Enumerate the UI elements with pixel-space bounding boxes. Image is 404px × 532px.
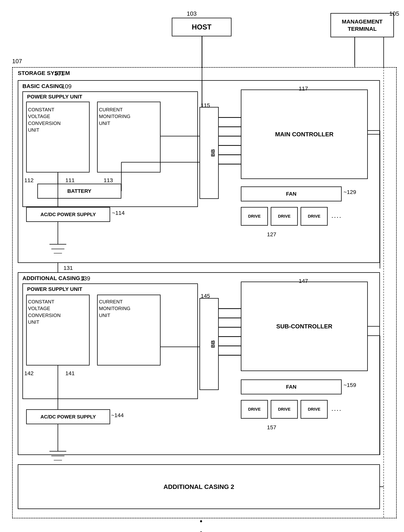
sub-controller-label: SUB-CONTROLLER <box>276 323 332 330</box>
acdc-1-label: AC/DC POWER SUPPLY <box>40 212 96 217</box>
acdc-1-box: AC/DC POWER SUPPLY <box>26 207 110 222</box>
host-box: HOST <box>172 18 232 36</box>
label-109: 109 <box>62 83 72 90</box>
main-controller-label: MAIN CONTROLLER <box>275 131 334 138</box>
fan-1-label: FAN <box>286 191 296 197</box>
bb-1-label: BB <box>206 149 212 157</box>
label-131: 131 <box>64 265 73 271</box>
bb-2-label: BB <box>206 340 212 348</box>
label-144: ~144 <box>111 412 124 418</box>
label-157: 157 <box>267 424 276 431</box>
additional-casing-2-label: ADDITIONAL CASING 2 <box>163 483 234 490</box>
label-127: 127 <box>267 231 276 238</box>
label-112: 112 <box>24 177 34 184</box>
management-terminal-label: MANAGEMENT TERMINAL <box>342 18 383 32</box>
drive-1-dots: .... <box>331 212 342 220</box>
label-145: 145 <box>201 293 210 299</box>
bb-2-box: BB <box>200 298 218 390</box>
label-107: 107 <box>12 58 22 65</box>
drive-2c: DRIVE <box>300 400 328 419</box>
drive-2a: DRIVE <box>241 400 268 419</box>
drive-2-dots: .... <box>331 405 342 412</box>
constant-voltage-1-label: CONSTANT VOLTAGE CONVERSION UNIT <box>28 106 61 133</box>
fan-1-box: FAN <box>241 186 342 201</box>
acdc-2-box: AC/DC POWER SUPPLY <box>26 409 110 424</box>
drive-1a: DRIVE <box>241 207 268 226</box>
fan-2-box: FAN <box>241 380 342 394</box>
label-147: 147 <box>299 278 308 284</box>
power-supply-unit-2-label: POWER SUPPLY UNIT <box>27 286 82 292</box>
additional-casing-2-box: ADDITIONAL CASING 2 <box>18 464 380 509</box>
current-monitoring-2-label: CURRENT MONITORING UNIT <box>99 298 130 319</box>
label-139: 139 <box>80 275 90 282</box>
host-label: HOST <box>192 23 212 31</box>
label-141: 141 <box>65 370 75 376</box>
battery-1-label: BATTERY <box>67 188 91 194</box>
constant-voltage-2-label: CONSTANT VOLTAGE CONVERSION UNIT <box>28 298 61 326</box>
management-terminal-box: MANAGEMENT TERMINAL <box>330 13 394 37</box>
current-monitoring-1-label: CURRENT MONITORING UNIT <box>99 106 130 127</box>
sub-controller-box: SUB-CONTROLLER <box>241 282 368 371</box>
main-controller-box: MAIN CONTROLLER <box>241 89 368 179</box>
label-111: 111 <box>65 177 75 184</box>
label-105: 105 <box>389 10 399 17</box>
label-115: 115 <box>201 102 210 108</box>
label-159: ~159 <box>344 382 356 388</box>
label-103: 103 <box>187 10 197 17</box>
bb-1-box: BB <box>200 107 218 199</box>
label-114: ~114 <box>112 210 125 216</box>
additional-casing-1-label: ADDITIONAL CASING 1 <box>22 275 85 281</box>
drive-1b: DRIVE <box>271 207 298 226</box>
fan-2-label: FAN <box>286 384 296 390</box>
label-129: ~129 <box>344 189 356 195</box>
basic-casing-label: BASIC CASING <box>22 83 63 89</box>
label-142: 142 <box>24 370 34 376</box>
acdc-2-label: AC/DC POWER SUPPLY <box>40 414 96 420</box>
power-supply-unit-1-label: POWER SUPPLY UNIT <box>27 94 82 100</box>
label-117: 117 <box>299 85 308 92</box>
bottom-dots: ••• <box>200 516 202 532</box>
label-113: 113 <box>104 177 113 184</box>
battery-1-box: BATTERY <box>37 184 121 199</box>
label-101: 101 <box>54 70 64 77</box>
drive-2b: DRIVE <box>271 400 298 419</box>
drive-1c: DRIVE <box>300 207 328 226</box>
diagram-container: HOST 103 MANAGEMENT TERMINAL 105 107 STO… <box>0 0 404 532</box>
